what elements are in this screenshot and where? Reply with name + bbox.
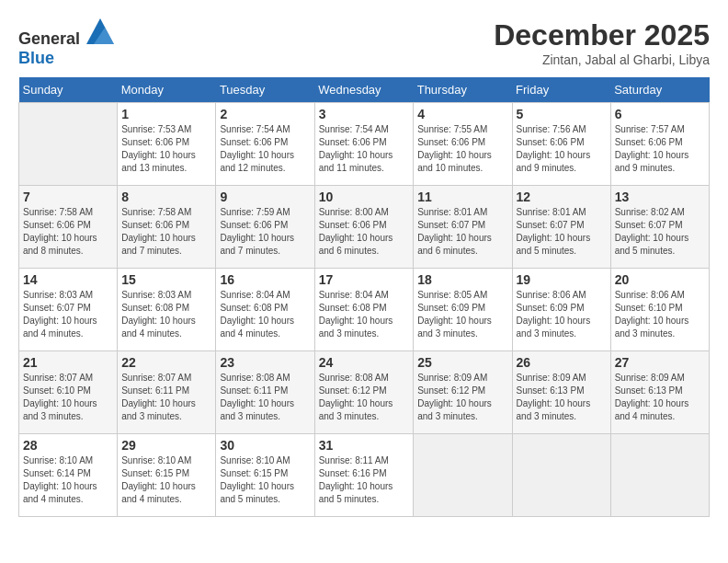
calendar-week-2: 7Sunrise: 7:58 AM Sunset: 6:06 PM Daylig… [19, 186, 710, 269]
day-number: 19 [517, 272, 607, 287]
day-number: 8 [121, 190, 211, 204]
calendar-cell: 15Sunrise: 8:03 AM Sunset: 6:08 PM Dayli… [118, 269, 216, 351]
calendar-cell [414, 434, 512, 517]
day-number: 28 [23, 438, 113, 453]
calendar-cell: 29Sunrise: 8:10 AM Sunset: 6:15 PM Dayli… [118, 434, 216, 517]
header-thursday: Thursday [414, 77, 512, 103]
calendar-cell: 18Sunrise: 8:05 AM Sunset: 6:09 PM Dayli… [414, 269, 512, 351]
calendar-week-1: 1Sunrise: 7:53 AM Sunset: 6:06 PM Daylig… [19, 103, 710, 186]
day-info: Sunrise: 8:03 AM Sunset: 6:08 PM Dayligh… [121, 289, 211, 340]
day-info: Sunrise: 7:57 AM Sunset: 6:06 PM Dayligh… [615, 123, 705, 175]
day-number: 31 [319, 438, 410, 453]
calendar-cell: 10Sunrise: 8:00 AM Sunset: 6:06 PM Dayli… [314, 186, 414, 269]
day-info: Sunrise: 8:09 AM Sunset: 6:13 PM Dayligh… [517, 372, 607, 423]
day-number: 18 [417, 272, 507, 287]
calendar-cell: 6Sunrise: 7:57 AM Sunset: 6:06 PM Daylig… [610, 103, 709, 186]
day-info: Sunrise: 7:58 AM Sunset: 6:06 PM Dayligh… [23, 206, 113, 258]
day-info: Sunrise: 8:06 AM Sunset: 6:10 PM Dayligh… [615, 289, 705, 340]
header-sunday: Sunday [19, 77, 118, 103]
day-info: Sunrise: 8:08 AM Sunset: 6:12 PM Dayligh… [319, 372, 410, 423]
day-info: Sunrise: 7:55 AM Sunset: 6:06 PM Dayligh… [417, 123, 507, 175]
day-number: 22 [121, 355, 211, 370]
header-tuesday: Tuesday [216, 77, 314, 103]
day-number: 14 [23, 272, 113, 287]
calendar-cell: 8Sunrise: 7:58 AM Sunset: 6:06 PM Daylig… [118, 186, 216, 269]
calendar-cell: 24Sunrise: 8:08 AM Sunset: 6:12 PM Dayli… [314, 351, 414, 434]
day-number: 30 [220, 438, 310, 453]
day-number: 3 [319, 107, 410, 121]
day-info: Sunrise: 7:58 AM Sunset: 6:06 PM Dayligh… [121, 206, 211, 258]
calendar-cell [610, 434, 709, 517]
day-info: Sunrise: 7:59 AM Sunset: 6:06 PM Dayligh… [220, 206, 310, 258]
logo-general: General [18, 29, 80, 48]
day-number: 21 [23, 355, 113, 370]
day-info: Sunrise: 8:05 AM Sunset: 6:09 PM Dayligh… [417, 289, 507, 340]
calendar-cell: 11Sunrise: 8:01 AM Sunset: 6:07 PM Dayli… [414, 186, 512, 269]
day-number: 16 [220, 272, 310, 287]
header-wednesday: Wednesday [314, 77, 414, 103]
logo-text: General Blue [18, 18, 114, 68]
header-monday: Monday [118, 77, 216, 103]
calendar-cell: 12Sunrise: 8:01 AM Sunset: 6:07 PM Dayli… [512, 186, 610, 269]
day-info: Sunrise: 8:07 AM Sunset: 6:10 PM Dayligh… [23, 372, 113, 423]
day-number: 1 [121, 107, 211, 121]
day-number: 4 [417, 107, 507, 121]
calendar-cell: 28Sunrise: 8:10 AM Sunset: 6:14 PM Dayli… [19, 434, 118, 517]
day-number: 15 [121, 272, 211, 287]
calendar-cell [19, 103, 118, 186]
day-info: Sunrise: 8:10 AM Sunset: 6:15 PM Dayligh… [121, 454, 211, 506]
day-number: 25 [417, 355, 507, 370]
location-title: Zintan, Jabal al Gharbi, Libya [494, 52, 710, 67]
day-info: Sunrise: 8:01 AM Sunset: 6:07 PM Dayligh… [417, 206, 507, 258]
day-number: 7 [23, 190, 113, 204]
day-info: Sunrise: 8:02 AM Sunset: 6:07 PM Dayligh… [615, 206, 705, 258]
calendar-cell: 7Sunrise: 7:58 AM Sunset: 6:06 PM Daylig… [19, 186, 118, 269]
calendar-table: SundayMondayTuesdayWednesdayThursdayFrid… [18, 77, 710, 517]
logo-icon [86, 18, 114, 44]
calendar-cell: 31Sunrise: 8:11 AM Sunset: 6:16 PM Dayli… [314, 434, 414, 517]
day-number: 23 [220, 355, 310, 370]
day-info: Sunrise: 7:54 AM Sunset: 6:06 PM Dayligh… [319, 123, 410, 175]
day-number: 27 [615, 355, 705, 370]
day-number: 20 [615, 272, 705, 287]
calendar-cell: 26Sunrise: 8:09 AM Sunset: 6:13 PM Dayli… [512, 351, 610, 434]
header-saturday: Saturday [610, 77, 709, 103]
calendar-cell: 21Sunrise: 8:07 AM Sunset: 6:10 PM Dayli… [19, 351, 118, 434]
day-info: Sunrise: 8:07 AM Sunset: 6:11 PM Dayligh… [121, 372, 211, 423]
day-number: 29 [121, 438, 211, 453]
calendar-cell: 2Sunrise: 7:54 AM Sunset: 6:06 PM Daylig… [216, 103, 314, 186]
calendar-cell: 17Sunrise: 8:04 AM Sunset: 6:08 PM Dayli… [314, 269, 414, 351]
day-info: Sunrise: 7:56 AM Sunset: 6:06 PM Dayligh… [517, 123, 607, 175]
calendar-week-3: 14Sunrise: 8:03 AM Sunset: 6:07 PM Dayli… [19, 269, 710, 351]
logo-blue: Blue [18, 49, 54, 67]
day-number: 2 [220, 107, 310, 121]
calendar-cell: 4Sunrise: 7:55 AM Sunset: 6:06 PM Daylig… [414, 103, 512, 186]
calendar-cell: 5Sunrise: 7:56 AM Sunset: 6:06 PM Daylig… [512, 103, 610, 186]
day-number: 13 [615, 190, 705, 204]
day-number: 5 [517, 107, 607, 121]
day-number: 6 [615, 107, 705, 121]
day-info: Sunrise: 8:11 AM Sunset: 6:16 PM Dayligh… [319, 454, 410, 506]
calendar-cell: 25Sunrise: 8:09 AM Sunset: 6:12 PM Dayli… [414, 351, 512, 434]
calendar-cell [512, 434, 610, 517]
day-info: Sunrise: 8:09 AM Sunset: 6:13 PM Dayligh… [615, 372, 705, 423]
day-info: Sunrise: 8:03 AM Sunset: 6:07 PM Dayligh… [23, 289, 113, 340]
day-number: 9 [220, 190, 310, 204]
calendar-cell: 16Sunrise: 8:04 AM Sunset: 6:08 PM Dayli… [216, 269, 314, 351]
day-number: 17 [319, 272, 410, 287]
logo: General Blue [18, 18, 114, 68]
title-section: December 2025 Zintan, Jabal al Gharbi, L… [494, 18, 710, 67]
day-info: Sunrise: 7:53 AM Sunset: 6:06 PM Dayligh… [121, 123, 211, 175]
calendar-cell: 3Sunrise: 7:54 AM Sunset: 6:06 PM Daylig… [314, 103, 414, 186]
calendar-cell: 19Sunrise: 8:06 AM Sunset: 6:09 PM Dayli… [512, 269, 610, 351]
calendar-cell: 23Sunrise: 8:08 AM Sunset: 6:11 PM Dayli… [216, 351, 314, 434]
calendar-cell: 1Sunrise: 7:53 AM Sunset: 6:06 PM Daylig… [118, 103, 216, 186]
calendar-cell: 27Sunrise: 8:09 AM Sunset: 6:13 PM Dayli… [610, 351, 709, 434]
calendar-cell: 13Sunrise: 8:02 AM Sunset: 6:07 PM Dayli… [610, 186, 709, 269]
day-info: Sunrise: 8:10 AM Sunset: 6:15 PM Dayligh… [220, 454, 310, 506]
calendar-week-5: 28Sunrise: 8:10 AM Sunset: 6:14 PM Dayli… [19, 434, 710, 517]
day-number: 11 [417, 190, 507, 204]
day-info: Sunrise: 8:00 AM Sunset: 6:06 PM Dayligh… [319, 206, 410, 258]
calendar-header-row: SundayMondayTuesdayWednesdayThursdayFrid… [19, 77, 710, 103]
calendar-cell: 30Sunrise: 8:10 AM Sunset: 6:15 PM Dayli… [216, 434, 314, 517]
